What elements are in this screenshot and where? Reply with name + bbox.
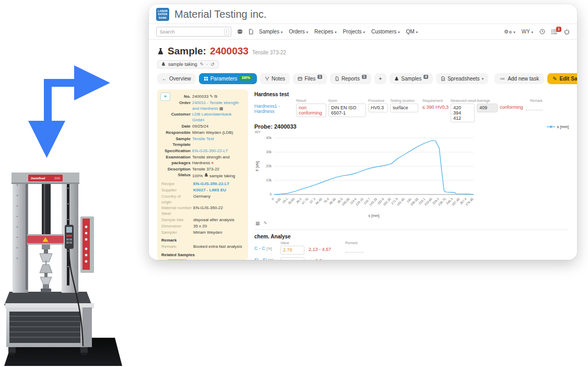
svg-text:20k: 20k xyxy=(266,164,272,168)
tab-label: Files xyxy=(304,76,315,82)
nav-menu-orders[interactable]: Orders ▾ xyxy=(289,29,308,35)
pencil-icon[interactable]: ✎ xyxy=(209,94,213,99)
globe-icon[interactable] xyxy=(237,29,243,35)
chem-table-header: Value Remark xyxy=(254,241,569,246)
tab-overview[interactable]: ←Overview xyxy=(157,73,196,84)
measured-value: 420 xyxy=(453,105,472,110)
tab-notes[interactable]: Notes xyxy=(260,73,290,84)
tab-files[interactable]: Files1 xyxy=(293,73,327,84)
tasklist-icon[interactable]: 1 xyxy=(551,29,558,35)
testing-location-field[interactable]: surface xyxy=(390,104,418,112)
tab-badge: 1 xyxy=(317,75,322,79)
status-pill-row: sample taking ✎ · ↺ xyxy=(149,58,577,72)
tab-badge: 1 xyxy=(362,75,367,79)
chem-range: <= 2,2 xyxy=(309,257,341,260)
sidebar-value: 2400033 xyxy=(192,94,208,99)
sidebar-property-link[interactable]: K0027 - LIMS EU xyxy=(193,188,226,192)
clock-icon[interactable] xyxy=(539,29,545,35)
sidebar-property-label: Supplier xyxy=(161,188,192,193)
hardness-row-link[interactable]: Hardness1 - Hardness xyxy=(254,104,294,114)
tab-samples[interactable]: Samples4 xyxy=(390,73,433,84)
sidebar-row: SpecificationEN-GJS-350-22-LT xyxy=(161,148,244,154)
tab-reports[interactable]: Reports1 xyxy=(330,73,371,84)
chem-value-field[interactable]: 2.21 xyxy=(280,257,304,260)
svg-text:s [mm]: s [mm] xyxy=(369,214,380,218)
related-samples-list: 2400033240003224000312400025 xyxy=(161,259,244,260)
search-input[interactable] xyxy=(156,27,231,37)
svg-text:28.65: 28.65 xyxy=(287,197,295,205)
col-average: Average xyxy=(477,99,498,104)
related-sample-link[interactable]: 2400033 xyxy=(168,259,187,260)
sidebar-value: sample taking xyxy=(209,174,235,178)
nav-menu-samples[interactable]: Samples ▾ xyxy=(259,29,283,35)
tab-spreadsheets[interactable]: Spreadsheets ▾ xyxy=(436,73,488,84)
nav-menu-qm[interactable]: QM ▾ xyxy=(406,29,418,35)
tab-label: Reports xyxy=(342,76,360,82)
power-icon[interactable] xyxy=(564,29,570,35)
chem-rows: C - C [%] 2.78 2,13 - 4,67 Si - Si [%] 2… xyxy=(254,246,569,260)
notification-badge: 1 xyxy=(556,27,561,32)
norm-field[interactable]: DIN EN ISO 6507-1 xyxy=(328,104,366,117)
legend-label: s [mm] xyxy=(557,124,569,129)
table-icon[interactable]: ▦ xyxy=(219,106,224,111)
sidebar-row: Template xyxy=(161,142,244,148)
svg-text:105.05: 105.05 xyxy=(341,197,350,207)
chevron-down-icon: ▾ xyxy=(281,30,283,34)
reports-icon xyxy=(335,76,339,81)
chem-row: Si - Si [%] 2.21 <= 2,2 xyxy=(254,257,569,260)
sidebar-row: No.2400033 ✎ ⧉ xyxy=(161,94,244,100)
remove-icon[interactable]: × xyxy=(211,160,214,165)
settings-gear-icon[interactable]: ⚙⚙ ▾ xyxy=(504,29,515,35)
col-requirement: Requirement xyxy=(422,99,449,104)
remark-row: Remark: Booked extra fast analysis xyxy=(161,244,244,250)
nav-menu-projects[interactable]: Projects ▾ xyxy=(343,29,364,35)
related-samples-header: Related Samples xyxy=(161,253,244,258)
section-divider xyxy=(254,230,569,230)
hardness-remark-field[interactable] xyxy=(526,104,543,110)
sidebar-link[interactable]: 240011 - Tensile strength and Hardness xyxy=(192,100,239,111)
chart-legend[interactable]: s [mm] xyxy=(547,124,569,129)
svg-text:219.65: 219.65 xyxy=(424,197,433,207)
user-menu[interactable]: WY ▾ xyxy=(522,29,533,35)
chem-value-field[interactable]: 2.78 xyxy=(280,246,304,255)
chem-element-link[interactable]: C - C [%] xyxy=(254,246,276,251)
tab--[interactable]: + xyxy=(374,73,387,84)
sidebar-link[interactable]: EN-GJS-350-22-LT xyxy=(192,148,228,153)
chart-edit-icon[interactable]: ✎ xyxy=(264,221,268,226)
copy-icon[interactable]: ⧉ xyxy=(214,94,217,99)
sidebar-label: Status xyxy=(161,173,191,179)
tab-label: Samples xyxy=(401,76,421,82)
average-field: 409 xyxy=(477,104,498,112)
history-icon[interactable]: ↺ xyxy=(210,62,215,67)
pencil-icon[interactable]: ✎ xyxy=(200,62,204,67)
chem-range: 2,13 - 4,67 xyxy=(309,246,341,252)
chem-remark-field[interactable] xyxy=(345,257,364,260)
sidebar-property-link[interactable]: EN-GJS-350-22-LT xyxy=(193,181,229,186)
result-field[interactable]: non conforming xyxy=(296,104,326,117)
chem-element-link[interactable]: Si - Si [%] xyxy=(254,257,276,260)
tab-parameters[interactable]: Parameters100% xyxy=(199,73,257,84)
sidebar-link[interactable]: LDB Labordatenbank GmbH xyxy=(192,112,232,122)
add-new-task-button[interactable]: ≔ Add new task xyxy=(495,73,544,84)
document-icon[interactable] xyxy=(249,29,253,35)
nav-menu-customers[interactable]: Customers ▾ xyxy=(371,29,400,35)
procedure-field[interactable]: HV0.3 xyxy=(368,104,388,112)
svg-text:66.85: 66.85 xyxy=(315,197,323,205)
chart-table-icon[interactable]: ▦ xyxy=(255,221,260,226)
chem-remark-field[interactable] xyxy=(345,246,364,253)
sidebar-link[interactable]: Tensile Test xyxy=(192,136,214,141)
sidebar-label: Template xyxy=(161,142,191,148)
nav-menu-recipes[interactable]: Recipes ▾ xyxy=(314,29,336,35)
edit-sample-button[interactable]: ✎ Edit Sample xyxy=(547,73,577,84)
chem-unit: [%] xyxy=(267,247,272,250)
navbar: / Samples ▾Orders ▾Recipes ▾Projects ▾Cu… xyxy=(149,24,577,40)
add-task-icon: ≔ xyxy=(500,76,505,82)
status-pill[interactable]: sample taking ✎ · ↺ xyxy=(157,60,219,68)
measured-value: 394 xyxy=(453,110,472,116)
tab-badge: 4 xyxy=(424,75,428,79)
sidebar-property-value: Germany xyxy=(193,194,210,199)
measured-result-field[interactable]: 420394412 xyxy=(451,104,475,122)
collapse-sidebar-button[interactable]: » xyxy=(160,93,170,101)
add-task-label: Add new task xyxy=(508,76,539,82)
svg-text:47.75: 47.75 xyxy=(301,197,309,205)
